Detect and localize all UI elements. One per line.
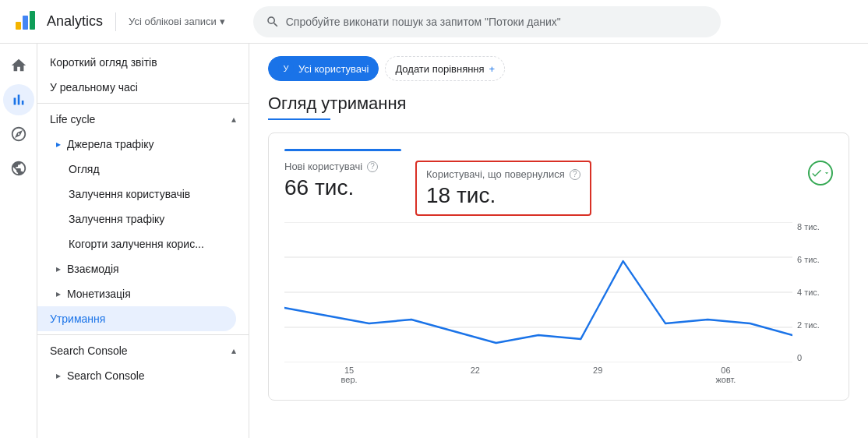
returning-users-help-icon[interactable]: ? [570, 169, 580, 180]
sidebar-divider-1 [37, 103, 249, 104]
sidebar-item-cohorts[interactable]: Когорти залучення корис... [37, 231, 249, 256]
header-divider [115, 12, 116, 31]
chart-with-yaxis: 8 тис. 6 тис. 4 тис. 2 тис. 0 [284, 222, 833, 362]
metrics-header: Нові користувачі ? 66 тис. Користувачі, … [284, 161, 833, 216]
y-label-0: 0 [797, 353, 833, 362]
new-users-value: 66 тис. [284, 175, 378, 200]
search-placeholder: Спробуйте виконати пошук за запитом "Пот… [286, 16, 561, 28]
filter-bar: У Усі користувачі Додати порівняння + [268, 56, 849, 81]
x-label-22: 22 [471, 366, 480, 384]
user-avatar: У [278, 61, 294, 76]
main-layout: Короткий огляд звітів У реальному часі L… [0, 44, 868, 438]
sidebar-subsection-interaction[interactable]: ▸ Взаємодія [37, 256, 249, 281]
sidebar-item-short-overview[interactable]: Короткий огляд звітів [37, 50, 249, 75]
returning-users-metric: Користувачі, що повернулися ? 18 тис. [415, 161, 591, 216]
metrics-left: Нові користувачі ? 66 тис. Користувачі, … [284, 161, 808, 216]
sidebar-item-user-acquisition[interactable]: Залучення користувачів [37, 182, 249, 207]
chip-label: Усі користувачі [298, 63, 369, 75]
subsection-label: Монетизація [67, 288, 131, 300]
page-title: Огляд утримання [268, 94, 849, 120]
item-label: Залучення користувачів [69, 188, 190, 200]
item-label: Когорти залучення корис... [69, 238, 204, 250]
add-comparison-chip[interactable]: Додати порівняння + [385, 56, 505, 81]
expand-icon: ▴ [231, 345, 236, 356]
advertising-icon [10, 160, 27, 177]
tab-indicator [284, 149, 833, 151]
x-label-06: 06 жовт. [715, 366, 736, 384]
search-bar[interactable]: Спробуйте виконати пошук за запитом "Пот… [253, 6, 721, 37]
svg-rect-0 [16, 22, 21, 30]
search-icon [266, 15, 280, 29]
sidebar-item-realtime[interactable]: У реальному часі [37, 75, 249, 100]
expand-icon: ▴ [231, 114, 236, 125]
y-label-2k: 2 тис. [797, 320, 833, 330]
active-tab-line [284, 149, 401, 151]
bullet-icon: ▸ [56, 288, 61, 299]
check-icon [810, 167, 823, 179]
y-axis-labels: 8 тис. 6 тис. 4 тис. 2 тис. 0 [792, 222, 833, 362]
chart-svg-container [284, 222, 792, 362]
sidebar-subsection-search-console[interactable]: ▸ Search Console [37, 363, 249, 388]
icon-bar [0, 44, 37, 438]
subsection-label: Search Console [67, 369, 145, 382]
bullet-icon: ▸ [56, 139, 61, 150]
chip-label: Додати порівняння [395, 63, 484, 75]
y-label-8k: 8 тис. [797, 222, 833, 231]
new-users-help-icon[interactable]: ? [367, 161, 378, 172]
returning-users-label: Користувачі, що повернулися ? [426, 168, 580, 180]
add-icon: + [489, 63, 496, 75]
sidebar-item-label: Короткий огляд звітів [50, 56, 157, 69]
sidebar-divider-2 [37, 334, 249, 335]
app-header: Analytics Усі облікові записи ▾ Спробуйт… [0, 0, 868, 44]
subsection-label: Джерела трафіку [67, 138, 153, 150]
x-label-15: 15 вер. [341, 366, 358, 384]
returning-users-value: 18 тис. [426, 183, 580, 208]
title-underline [268, 118, 330, 120]
account-label: Усі облікові записи [129, 16, 217, 27]
item-label: Залучення трафіку [69, 213, 164, 225]
section-label: Search Console [50, 344, 128, 357]
y-label-4k: 4 тис. [797, 288, 833, 297]
nav-home-button[interactable] [3, 50, 34, 81]
chevron-down-icon: ▾ [220, 16, 225, 27]
main-content: У Усі користувачі Додати порівняння + Ог… [249, 44, 868, 438]
chart-area: 8 тис. 6 тис. 4 тис. 2 тис. 0 15 вер. 22 [284, 222, 833, 384]
bar-chart-icon [10, 91, 27, 108]
bullet-icon: ▸ [56, 263, 61, 274]
line-chart-svg [284, 222, 792, 362]
sidebar-subsection-monetization[interactable]: ▸ Монетизація [37, 281, 249, 306]
x-label-29: 29 [593, 366, 602, 384]
item-label: Утримання [50, 313, 105, 325]
account-selector[interactable]: Усі облікові записи ▾ [129, 16, 225, 27]
all-users-chip[interactable]: У Усі користувачі [268, 56, 379, 81]
nav-reports-button[interactable] [3, 84, 34, 115]
sidebar-item-traffic-acquisition[interactable]: Залучення трафіку [37, 207, 249, 231]
sidebar-item-retention[interactable]: Утримання [37, 306, 236, 331]
nav-advertising-button[interactable] [3, 153, 34, 184]
app-logo [12, 8, 37, 35]
new-users-label: Нові користувачі ? [284, 161, 378, 172]
sidebar: Короткий огляд звітів У реальному часі L… [37, 44, 249, 438]
check-button[interactable] [808, 161, 833, 185]
y-label-6k: 6 тис. [797, 255, 833, 264]
sidebar-section-search-console[interactable]: Search Console ▴ [37, 338, 249, 363]
explore-icon [10, 125, 27, 143]
x-axis-labels: 15 вер. 22 29 06 жовт. [284, 362, 833, 384]
section-label: Life cycle [50, 113, 95, 125]
svg-rect-1 [23, 16, 28, 30]
nav-explore-button[interactable] [3, 118, 34, 150]
sidebar-item-overview[interactable]: Огляд [37, 157, 249, 182]
bullet-icon: ▸ [56, 370, 61, 381]
sidebar-section-lifecycle[interactable]: Life cycle ▴ [37, 107, 249, 132]
subsection-label: Взаємодія [67, 263, 119, 275]
sidebar-subsection-traffic[interactable]: ▸ Джерела трафіку [37, 132, 249, 157]
home-icon [10, 57, 27, 74]
app-title: Analytics [47, 13, 103, 30]
new-users-metric: Нові користувачі ? 66 тис. [284, 161, 378, 216]
chart-card: Нові користувачі ? 66 тис. Користувачі, … [268, 132, 849, 401]
chevron-down-icon [823, 169, 831, 177]
svg-rect-2 [30, 11, 35, 30]
item-label: Огляд [69, 163, 100, 175]
sidebar-item-label: У реальному часі [50, 81, 138, 94]
